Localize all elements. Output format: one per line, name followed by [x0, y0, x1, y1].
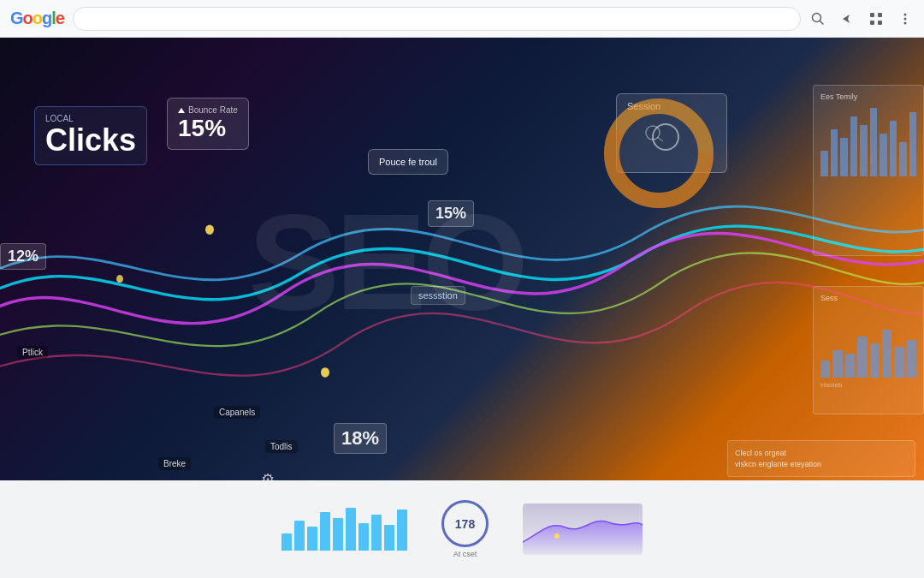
- bar: [333, 518, 343, 551]
- svg-line-1: [820, 21, 824, 24]
- bar: [281, 533, 292, 551]
- bar: [860, 125, 868, 176]
- bar: [820, 361, 830, 378]
- circle-ring-value: 178: [455, 517, 475, 531]
- bar: [358, 523, 369, 551]
- bar-chart-right-1-bars: [820, 108, 916, 176]
- menu-icon[interactable]: [897, 10, 914, 27]
- bar: [882, 330, 891, 378]
- bar: [371, 515, 382, 551]
- circle-ring-label: At cset: [453, 550, 477, 558]
- svg-rect-2: [870, 13, 874, 17]
- area-chart-svg: [523, 504, 643, 555]
- svg-rect-3: [878, 13, 882, 17]
- bar: [384, 525, 394, 551]
- browser-icons: [809, 10, 914, 27]
- bar: [909, 112, 917, 176]
- bounce-rate-value: 15%: [178, 115, 238, 142]
- bar: [907, 340, 916, 378]
- circle-ring: 178: [441, 500, 489, 547]
- analytics-background: SEO Local Clicks Bounce Rate 15% 12% Ses…: [0, 38, 924, 480]
- svg-point-10: [116, 275, 123, 283]
- capanels-label: Capanels: [214, 406, 260, 419]
- svg-point-18: [554, 533, 560, 539]
- main-content: SEO Local Clicks Bounce Rate 15% 12% Ses…: [0, 38, 924, 578]
- navigate-icon[interactable]: [838, 10, 856, 27]
- right-description: Clecl os orgeat viskcn englante eteyatio…: [727, 440, 915, 477]
- bar: [850, 116, 858, 176]
- google-logo: Google: [10, 9, 64, 28]
- bottom-bar-chart: [281, 508, 407, 551]
- bar-chart-right-2-subtitle: Haoleb: [820, 381, 916, 389]
- brake-label: Breke: [158, 457, 191, 470]
- bar: [870, 343, 880, 378]
- bar: [899, 142, 907, 176]
- bar: [845, 354, 855, 378]
- bar: [832, 350, 842, 378]
- bar-chart-right-2-title: Sess: [820, 294, 916, 302]
- bottom-strip: 178 At cset: [0, 480, 924, 578]
- bar: [890, 121, 897, 176]
- percent-12-badge: 12%: [0, 243, 46, 270]
- bar: [894, 347, 903, 378]
- bar: [397, 509, 407, 551]
- svg-point-9: [205, 224, 214, 234]
- bar: [840, 138, 848, 176]
- clicks-value: Clicks: [45, 123, 136, 158]
- percent-15-center-badge: 15%: [428, 200, 474, 227]
- right-desc-line2: viskcn englante eteyation: [735, 459, 908, 470]
- wave-visualization: [0, 38, 924, 480]
- bounce-rate-card: Bounce Rate 15%: [167, 98, 249, 150]
- arrow-up-icon: [178, 108, 185, 113]
- search-icon[interactable]: [809, 10, 826, 27]
- bar: [320, 512, 330, 551]
- bar: [294, 521, 305, 551]
- svg-rect-5: [878, 21, 882, 25]
- svg-point-7: [904, 17, 907, 20]
- bar-chart-right-1-title: Ees Temily: [820, 92, 916, 101]
- browser-toolbar: Google: [0, 0, 924, 38]
- svg-rect-4: [870, 21, 874, 25]
- bar: [346, 508, 356, 551]
- bar-chart-right-1: Ees Temily: [813, 85, 924, 256]
- bounce-from-label: Pouce fe troul: [368, 149, 448, 175]
- svg-point-8: [904, 21, 907, 24]
- donut-chart: [603, 98, 714, 209]
- apps-icon[interactable]: [868, 10, 885, 27]
- ptlick-label: Ptlick: [17, 346, 48, 359]
- bar-chart-right-2: Sess Haoleb: [813, 286, 924, 414]
- percent-18-badge: 18%: [334, 423, 387, 454]
- bar: [880, 134, 887, 176]
- right-desc-line1: Clecl os orgeat: [735, 448, 908, 459]
- bar: [831, 129, 838, 176]
- gear-icon: ⚙: [261, 470, 281, 480]
- bottom-circle-metric: 178 At cset: [441, 500, 489, 558]
- svg-point-6: [904, 13, 907, 15]
- search-input[interactable]: [73, 7, 801, 31]
- bar-chart-right-2-bars: [820, 309, 916, 378]
- bar: [307, 527, 317, 551]
- tools-label: Todlis: [265, 440, 298, 453]
- session-mid-label: sessstion: [411, 286, 465, 305]
- bounce-rate-label: Bounce Rate: [178, 105, 238, 115]
- bottom-bars-container: [281, 508, 407, 551]
- bar: [820, 151, 828, 176]
- bottom-area-chart: [523, 504, 643, 555]
- bar: [870, 108, 878, 176]
- svg-point-11: [321, 367, 329, 377]
- bar: [857, 337, 867, 378]
- clicks-card: Local Clicks: [34, 106, 147, 165]
